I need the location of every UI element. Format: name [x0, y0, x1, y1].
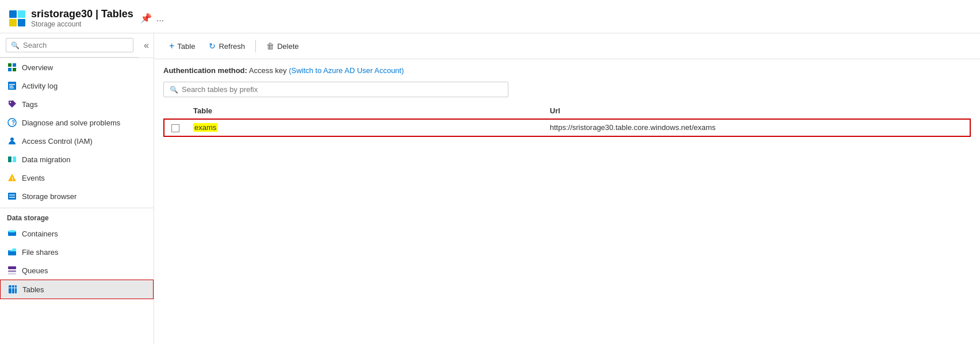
- svg-rect-28: [14, 285, 15, 293]
- svg-rect-12: [8, 156, 12, 162]
- sidebar-item-label: Containers: [22, 230, 58, 238]
- events-icon: !: [7, 173, 17, 183]
- sidebar-item-label: Overview: [22, 63, 53, 72]
- svg-rect-26: [9, 288, 17, 288]
- svg-rect-23: [8, 270, 16, 272]
- auth-switch-link[interactable]: (Switch to Azure AD User Account): [289, 66, 404, 75]
- svg-rect-27: [12, 285, 12, 293]
- sidebar-nav: Overview Activity log Tags ?: [0, 58, 154, 344]
- row-checkbox-cell: [164, 119, 186, 136]
- sidebar-item-queues[interactable]: Queues: [0, 261, 154, 280]
- search-prefix-box[interactable]: 🔍: [163, 82, 508, 97]
- tables-icon: [7, 284, 18, 295]
- svg-rect-1: [13, 63, 16, 67]
- tags-icon: [7, 99, 17, 109]
- search-prefix-input[interactable]: [182, 85, 502, 94]
- svg-rect-16: [8, 193, 16, 200]
- sidebar-item-label: Access Control (IAM): [22, 137, 93, 146]
- table-row[interactable]: exams https://sristorage30.table.core.wi…: [164, 119, 970, 136]
- sidebar-item-label: Activity log: [22, 82, 58, 90]
- svg-point-8: [10, 102, 11, 103]
- content-area: + Table ↻ Refresh 🗑 Delete Authenticatio…: [154, 33, 980, 344]
- add-icon: +: [169, 41, 174, 51]
- sidebar-item-containers[interactable]: Containers: [0, 224, 154, 243]
- sidebar-item-label: File shares: [22, 248, 59, 257]
- add-table-label: Table: [177, 42, 195, 51]
- sidebar-item-file-shares[interactable]: File shares: [0, 243, 154, 261]
- sidebar-item-diagnose[interactable]: ? Diagnose and solve problems: [0, 113, 154, 132]
- file-shares-icon: [7, 247, 17, 257]
- svg-rect-25: [9, 285, 17, 293]
- col-header-table: Table: [186, 103, 543, 119]
- row-table-url: https://sristorage30.table.core.windows.…: [543, 119, 970, 136]
- sidebar-item-tables[interactable]: Tables: [0, 280, 154, 299]
- storage-browser-icon: [7, 191, 17, 201]
- sidebar-item-label: Storage browser: [22, 192, 76, 201]
- sidebar-item-storage-browser[interactable]: Storage browser: [0, 187, 154, 205]
- containers-icon: [7, 228, 17, 239]
- sidebar-item-access-control[interactable]: Access Control (IAM): [0, 132, 154, 150]
- row-table-name: exams: [186, 119, 543, 136]
- col-header-url: Url: [543, 103, 970, 119]
- svg-rect-18: [9, 197, 15, 198]
- svg-rect-7: [9, 87, 14, 89]
- sidebar-item-overview[interactable]: Overview: [0, 58, 154, 77]
- auth-label: Authentication method:: [163, 66, 247, 75]
- content-body: Authentication method: Access key (Switc…: [154, 59, 980, 344]
- svg-rect-0: [8, 63, 12, 67]
- svg-text:!: !: [12, 176, 13, 182]
- search-box[interactable]: 🔍: [6, 38, 133, 52]
- page-subtitle: Storage account: [31, 20, 133, 28]
- delete-icon: 🗑: [266, 41, 274, 51]
- header-title-group: sristorage30 | Tables Storage account: [31, 8, 133, 28]
- page-title: sristorage30 | Tables: [31, 8, 133, 20]
- search-input[interactable]: [23, 41, 128, 49]
- svg-rect-5: [9, 84, 15, 85]
- search-prefix-icon: 🔍: [170, 86, 178, 94]
- more-button[interactable]: ...: [156, 13, 164, 24]
- tables-table: Table Url exams https://sristorage30.tab…: [163, 103, 971, 137]
- svg-point-11: [10, 137, 14, 141]
- sidebar-item-label: Events: [22, 174, 45, 182]
- toolbar-divider: [255, 40, 256, 52]
- sidebar: 🔍 « Overview Activity log: [0, 33, 154, 344]
- iam-icon: [7, 136, 17, 146]
- table-name-highlight: exams: [193, 123, 217, 132]
- svg-rect-13: [13, 156, 16, 162]
- overview-icon: [7, 62, 17, 72]
- sidebar-item-data-migration[interactable]: Data migration: [0, 150, 154, 169]
- svg-text:?: ?: [12, 120, 15, 126]
- svg-rect-3: [13, 68, 16, 71]
- pin-button[interactable]: 📌: [140, 13, 152, 24]
- sidebar-item-activity-log[interactable]: Activity log: [0, 77, 154, 95]
- sidebar-item-label: Tags: [22, 100, 37, 109]
- delete-button[interactable]: 🗑 Delete: [261, 39, 305, 53]
- sidebar-search-area: 🔍: [0, 33, 139, 58]
- search-icon: 🔍: [11, 41, 20, 49]
- activity-log-icon: [7, 81, 17, 91]
- toolbar: + Table ↻ Refresh 🗑 Delete: [154, 33, 980, 59]
- sidebar-item-label: Diagnose and solve problems: [22, 119, 120, 127]
- sidebar-item-label: Tables: [22, 285, 44, 294]
- migration-icon: [7, 154, 17, 165]
- refresh-label: Refresh: [219, 42, 245, 51]
- col-header-checkbox: [164, 103, 186, 119]
- diagnose-icon: ?: [7, 117, 17, 128]
- collapse-button[interactable]: «: [139, 40, 154, 51]
- sidebar-item-tags[interactable]: Tags: [0, 95, 154, 113]
- svg-point-20: [8, 230, 16, 232]
- svg-rect-2: [8, 68, 12, 71]
- row-checkbox[interactable]: [171, 124, 179, 132]
- svg-rect-6: [9, 86, 13, 87]
- queues-icon: [7, 265, 17, 276]
- app-header: sristorage30 | Tables Storage account 📌 …: [0, 0, 980, 33]
- delete-label: Delete: [277, 42, 299, 51]
- app-icon: [9, 10, 25, 26]
- add-table-button[interactable]: + Table: [163, 38, 201, 54]
- sidebar-item-label: Queues: [22, 266, 48, 275]
- svg-rect-17: [9, 194, 15, 196]
- sidebar-item-events[interactable]: ! Events: [0, 169, 154, 187]
- svg-rect-22: [8, 266, 16, 269]
- refresh-button[interactable]: ↻ Refresh: [203, 39, 251, 53]
- main-layout: 🔍 « Overview Activity log: [0, 33, 980, 344]
